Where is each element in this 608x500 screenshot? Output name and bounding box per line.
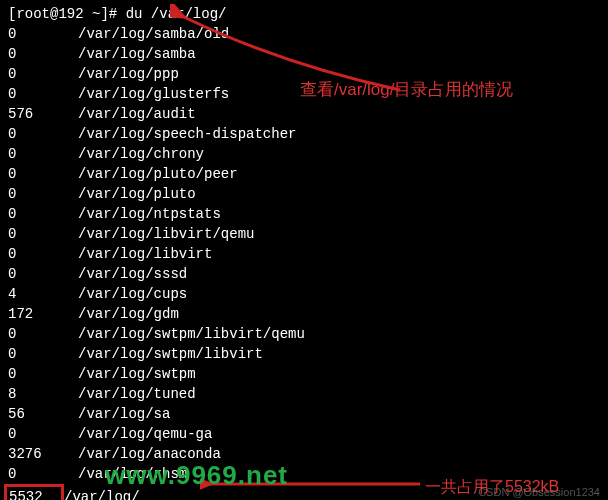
- watermark-csdn: CSDN @Obsession1234: [478, 482, 600, 500]
- du-size: 0: [8, 124, 78, 144]
- du-size: 8: [8, 384, 78, 404]
- du-path: /var/log/sssd: [78, 266, 187, 282]
- du-path: /var/log/samba: [78, 46, 196, 62]
- du-path: /var/log/libvirt: [78, 246, 212, 262]
- du-size: 0: [8, 204, 78, 224]
- shell-prompt: [root@192 ~]#: [8, 6, 126, 22]
- du-size: 3276: [8, 444, 78, 464]
- du-size: 0: [8, 244, 78, 264]
- du-row: 8/var/log/tuned: [8, 384, 600, 404]
- du-row: 0/var/log/swtpm/libvirt/qemu: [8, 324, 600, 344]
- du-size: 0: [8, 324, 78, 344]
- du-size: 0: [8, 84, 78, 104]
- du-size: 0: [8, 344, 78, 364]
- du-path: /var/log/ntpstats: [78, 206, 221, 222]
- du-row: 0/var/log/swtpm: [8, 364, 600, 384]
- du-path: /var/log/gdm: [78, 306, 179, 322]
- du-size: 0: [8, 464, 78, 484]
- command-text: du /var/log/: [126, 6, 227, 22]
- du-size: 0: [8, 144, 78, 164]
- du-path: /var/log/glusterfs: [78, 86, 229, 102]
- du-row: 0/var/log/libvirt/qemu: [8, 224, 600, 244]
- du-path: /var/log/swtpm/libvirt/qemu: [78, 326, 305, 342]
- du-row: 172/var/log/gdm: [8, 304, 600, 324]
- total-size-highlight: 5532: [4, 484, 64, 500]
- du-size: 172: [8, 304, 78, 324]
- du-row: 0/var/log/libvirt: [8, 244, 600, 264]
- prompt-line: [root@192 ~]# du /var/log/: [8, 4, 600, 24]
- du-size: 0: [8, 184, 78, 204]
- du-size: 0: [8, 64, 78, 84]
- du-row: 56/var/log/sa: [8, 404, 600, 424]
- du-size: 0: [8, 24, 78, 44]
- du-path: /var/log/swtpm: [78, 366, 196, 382]
- du-row: 0/var/log/samba: [8, 44, 600, 64]
- watermark-url: www.9969.net: [105, 465, 288, 485]
- du-size: 0: [8, 44, 78, 64]
- du-size: 0: [8, 364, 78, 384]
- du-row: 3276/var/log/anaconda: [8, 444, 600, 464]
- du-path: /var/log/pluto: [78, 186, 196, 202]
- du-path: /var/log/ppp: [78, 66, 179, 82]
- du-path: /var/log/chrony: [78, 146, 204, 162]
- du-size: 0: [8, 424, 78, 444]
- du-row: 0/var/log/qemu-ga: [8, 424, 600, 444]
- du-row: 0/var/log/ntpstats: [8, 204, 600, 224]
- du-row: 0/var/log/swtpm/libvirt: [8, 344, 600, 364]
- du-path: /var/log/audit: [78, 106, 196, 122]
- du-row: 0/var/log/pluto/peer: [8, 164, 600, 184]
- du-path: /var/log/cups: [78, 286, 187, 302]
- du-row: 0/var/log/chrony: [8, 144, 600, 164]
- du-path: /var/log/speech-dispatcher: [78, 126, 296, 142]
- du-size: 0: [8, 224, 78, 244]
- du-size: 0: [8, 164, 78, 184]
- du-path: /var/log/tuned: [78, 386, 196, 402]
- annotation-top: 查看/var/log/目录占用的情况: [300, 80, 513, 100]
- du-size: 576: [8, 104, 78, 124]
- du-path: /var/log/pluto/peer: [78, 166, 238, 182]
- du-path: /var/log/samba/old: [78, 26, 229, 42]
- du-size: 4: [8, 284, 78, 304]
- du-size: 0: [8, 264, 78, 284]
- du-path: /var/log/swtpm/libvirt: [78, 346, 263, 362]
- du-row: 0/var/log/samba/old: [8, 24, 600, 44]
- du-row: 4/var/log/cups: [8, 284, 600, 304]
- du-row: 0/var/log/pluto: [8, 184, 600, 204]
- du-path: /var/log/qemu-ga: [78, 426, 212, 442]
- du-size: 56: [8, 404, 78, 424]
- du-row: 0/var/log/speech-dispatcher: [8, 124, 600, 144]
- du-row: 576/var/log/audit: [8, 104, 600, 124]
- du-path: /var/log/libvirt/qemu: [78, 226, 254, 242]
- terminal-output: [root@192 ~]# du /var/log/ 0/var/log/sam…: [0, 0, 608, 500]
- du-row: 0/var/log/sssd: [8, 264, 600, 284]
- total-path: /var/log/: [64, 489, 140, 500]
- du-path: /var/log/sa: [78, 406, 170, 422]
